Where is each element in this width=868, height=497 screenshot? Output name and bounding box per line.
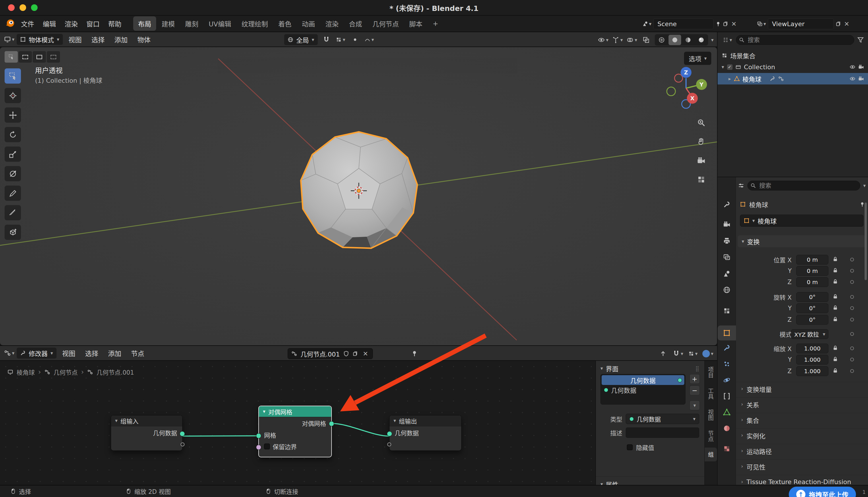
navigation-gizmo[interactable]: Z Y X — [665, 64, 708, 110]
lock-icon[interactable] — [833, 294, 838, 299]
viewport-menu-select[interactable]: 选择 — [88, 33, 109, 46]
rotation-z-field[interactable]: 0° — [796, 315, 828, 325]
snap-target-selector[interactable]: ▾ — [335, 34, 347, 45]
annotate-tool[interactable] — [4, 186, 21, 201]
close-window-button[interactable] — [8, 4, 15, 11]
zoom-icon[interactable] — [695, 116, 708, 129]
lock-icon[interactable] — [833, 368, 838, 373]
outliner-filter-icon[interactable] — [857, 37, 864, 43]
scene-unlink-icon[interactable]: ✕ — [730, 20, 738, 28]
collection-render-icon[interactable] — [858, 64, 864, 70]
tab-material[interactable] — [718, 421, 736, 436]
scale-y-field[interactable]: 1.000 — [796, 355, 828, 365]
socket-specials-dropdown[interactable]: ▾ — [690, 400, 700, 410]
interface-panel-caret[interactable]: ▾ — [601, 366, 603, 371]
object-modifier-icon[interactable] — [769, 76, 775, 82]
lock-icon[interactable] — [833, 305, 838, 311]
decorator-icon[interactable] — [850, 369, 854, 373]
node-menu-node[interactable]: 节点 — [127, 346, 148, 360]
decorator-icon[interactable] — [850, 295, 854, 299]
viewlayer-copy-icon[interactable] — [836, 21, 841, 27]
transform-tool[interactable] — [4, 166, 21, 181]
lock-icon[interactable] — [833, 268, 838, 273]
collection-expand-icon[interactable]: ▾ — [722, 65, 724, 70]
lock-icon[interactable] — [833, 316, 838, 322]
upload-overlay-button[interactable]: ↑ 拖拽至此上传 — [789, 487, 856, 497]
group-input-node[interactable]: ▾组输入 几何数据 — [111, 415, 182, 451]
decorator-icon[interactable] — [850, 269, 854, 273]
minimize-window-button[interactable] — [19, 4, 26, 11]
camera-view-icon[interactable] — [695, 154, 708, 167]
attributes-panel-header[interactable]: ▾属性 — [596, 476, 704, 485]
node-menu-view[interactable]: 视图 — [58, 346, 79, 360]
section-tissue[interactable]: ›Tissue Texture Reaction-Diffusion — [736, 475, 868, 485]
breadcrumb-object-name[interactable]: 棱角球 — [749, 200, 768, 209]
add-cube-tool[interactable] — [4, 225, 21, 240]
collection-row[interactable]: ▾ ✓ Collection — [718, 61, 868, 72]
move-tool[interactable] — [4, 108, 21, 123]
remove-socket-button[interactable]: − — [690, 385, 700, 395]
tab-object-data[interactable] — [718, 405, 736, 420]
node-tree-type-selector[interactable]: 修改器▾ — [17, 347, 57, 358]
rotation-y-field[interactable]: 0° — [796, 303, 828, 313]
scale-z-field[interactable]: 1.000 — [796, 366, 828, 376]
workspace-tab-rendering[interactable]: 渲染 — [321, 16, 343, 31]
sidebar-tab-group[interactable]: 组 — [705, 448, 717, 462]
snap-toggle-icon[interactable] — [321, 34, 332, 45]
lock-icon[interactable] — [833, 345, 838, 351]
object-name-field[interactable]: ▾ 棱角球 — [740, 215, 864, 227]
shading-wireframe-icon[interactable] — [655, 35, 668, 45]
lock-icon[interactable] — [833, 356, 838, 362]
location-y-field[interactable]: 0 m — [796, 266, 828, 276]
blender-logo-icon[interactable] — [5, 19, 15, 28]
overlays-toggle[interactable]: ▾ — [626, 34, 637, 45]
transform-orientation-selector[interactable]: 全局▾ — [284, 34, 318, 45]
object-row[interactable]: ▸ 棱角球 — [718, 73, 868, 84]
description-input[interactable] — [630, 429, 695, 436]
scale-x-field[interactable]: 1.000 — [796, 344, 828, 353]
node-menu-select[interactable]: 选择 — [81, 346, 102, 360]
viewlayer-browse-icon[interactable]: ▾ — [757, 21, 766, 27]
workspace-tab-compositing[interactable]: 合成 — [344, 16, 367, 31]
menu-file[interactable]: 文件 — [17, 16, 39, 31]
sidebar-tab-tool[interactable]: 工具 — [705, 384, 717, 403]
fake-user-shield-icon[interactable] — [343, 351, 349, 356]
breadcrumb-node-group[interactable]: 几何节点.001 — [97, 368, 134, 377]
section-collections[interactable]: ›集合 — [736, 413, 868, 427]
menu-edit[interactable]: 编辑 — [39, 16, 60, 31]
dual-mesh-input-socket[interactable] — [256, 433, 261, 438]
properties-pin-icon[interactable] — [859, 201, 865, 207]
node-tree-name-field[interactable]: 几何节点.001 ✕ — [288, 348, 373, 359]
keep-boundaries-checkbox[interactable] — [264, 443, 270, 449]
panel-grip-icon[interactable]: ⣿ — [695, 366, 700, 371]
shading-material-icon[interactable] — [682, 35, 694, 45]
cursor-tool[interactable] — [4, 88, 21, 103]
decorator-icon[interactable] — [850, 258, 854, 261]
decorator-icon[interactable] — [850, 306, 854, 310]
mode-selector[interactable]: 物体模式▾ — [17, 34, 63, 45]
parent-tree-icon[interactable] — [657, 348, 669, 359]
properties-filter-dropdown[interactable]: ▾ — [863, 183, 866, 188]
viewport-menu-add[interactable]: 添加 — [111, 33, 132, 46]
dual-mesh-node[interactable]: ▾对偶网格 对偶网格 网格 保留边界 — [258, 406, 332, 457]
tree-copy-icon[interactable] — [352, 351, 358, 356]
location-z-field[interactable]: 0 m — [796, 277, 828, 287]
keep-boundaries-socket[interactable] — [256, 445, 261, 450]
hide-value-checkbox[interactable] — [627, 444, 633, 450]
gizmos-toggle[interactable]: ▾ — [612, 34, 623, 45]
socket-type-dropdown[interactable]: 几何数据▾ — [626, 414, 699, 424]
xray-toggle[interactable] — [641, 34, 652, 45]
workspace-tab-sculpting[interactable]: 雕刻 — [180, 16, 203, 31]
object-expand-icon[interactable]: ▸ — [729, 76, 731, 81]
node-editor[interactable]: 棱角球 › 几何节点 › 几何节点.001 ▾组输入 几何数据 ▾对偶网格 对偶… — [0, 361, 717, 485]
group-output-virtual-socket[interactable] — [387, 442, 391, 446]
workspace-tab-animation[interactable]: 动画 — [297, 16, 320, 31]
sidebar-tab-view[interactable]: 视图 — [705, 405, 717, 425]
select-box-tool[interactable] — [4, 68, 21, 84]
description-field[interactable] — [626, 427, 699, 438]
collection-checkbox[interactable]: ✓ — [727, 65, 733, 70]
node-snap-magnet-icon[interactable]: ▾ — [672, 348, 684, 359]
lock-icon[interactable] — [833, 279, 838, 284]
measure-tool[interactable] — [4, 205, 21, 221]
scene-copy-icon[interactable] — [723, 21, 729, 27]
